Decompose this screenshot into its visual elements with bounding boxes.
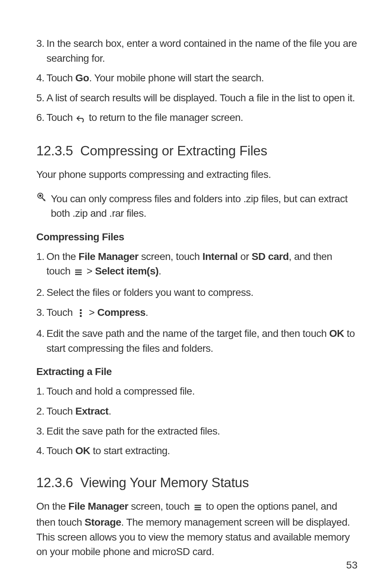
bold-text: File Manager (68, 501, 128, 512)
section-heading: 12.3.5 Compressing or Extracting Files (36, 143, 358, 159)
sub-heading: Compressing Files (36, 231, 358, 243)
back-icon (75, 112, 86, 127)
list-item: 1. On the File Manager screen, touch Int… (36, 249, 358, 280)
list-item: 2. Select the files or folders you want … (36, 285, 358, 300)
list-text: In the search box, enter a word containe… (46, 36, 358, 66)
list-text: Touch to return to the file manager scre… (46, 110, 358, 127)
list-item: 4. Touch Go. Your mobile phone will star… (36, 71, 358, 86)
list-text: Touch > Compress. (46, 305, 358, 322)
overflow-icon (75, 307, 86, 322)
note-text: You can only compress files and folders … (51, 192, 358, 221)
section-heading: 12.3.6 Viewing Your Memory Status (36, 475, 358, 490)
note-icon (36, 192, 51, 221)
svg-rect-7 (80, 315, 82, 317)
list-text: Edit the save path and the name of the t… (46, 326, 358, 356)
list-text: Select the files or folders you want to … (46, 285, 358, 300)
list-item: 3. Edit the save path for the extracted … (36, 424, 358, 439)
list-number: 2. (36, 404, 46, 419)
bold-text: Internal (203, 251, 238, 262)
list-item: 4. Touch OK to start extracting. (36, 444, 358, 458)
menu-icon (192, 501, 203, 515)
page-number: 53 (346, 559, 358, 571)
list-number: 5. (36, 91, 46, 106)
list-item: 5. A list of search results will be disp… (36, 91, 358, 106)
list-number: 2. (36, 285, 46, 300)
list-text: On the File Manager screen, touch Intern… (46, 249, 358, 280)
bold-text: Extract (75, 405, 109, 417)
list-number: 3. (36, 424, 46, 439)
svg-rect-5 (80, 309, 82, 311)
list-number: 3. (36, 305, 46, 322)
list-text: Touch OK to start extracting. (46, 444, 358, 458)
list-text: Touch Extract. (46, 404, 358, 419)
paragraph: Your phone supports compressing and extr… (36, 167, 358, 182)
section-number: 12.3.6 (36, 475, 73, 490)
list-text: Touch and hold a compressed file. (46, 384, 358, 399)
document-page: 3. In the search box, enter a word conta… (0, 0, 392, 587)
bold-text: Storage (85, 517, 121, 528)
list-item: 6. Touch to return to the file manager s… (36, 110, 358, 127)
list-item: 4. Edit the save path and the name of th… (36, 326, 358, 356)
paragraph: On the File Manager screen, touch to ope… (36, 499, 358, 559)
bold-text: Compress (97, 307, 146, 318)
bold-text: OK (329, 328, 344, 339)
menu-icon (73, 265, 84, 280)
section-number: 12.3.5 (36, 143, 73, 158)
list-number: 4. (36, 444, 46, 458)
list-number: 3. (36, 36, 46, 66)
list-item: 2. Touch Extract. (36, 404, 358, 419)
note-block: You can only compress files and folders … (36, 192, 358, 221)
list-number: 6. (36, 110, 46, 127)
list-item: 1. Touch and hold a compressed file. (36, 384, 358, 399)
section-title: Compressing or Extracting Files (80, 143, 267, 158)
bold-text: Go (75, 72, 89, 83)
svg-point-1 (39, 194, 41, 196)
list-text: Edit the save path for the extracted fil… (46, 424, 358, 439)
list-number: 1. (36, 384, 46, 399)
list-text: A list of search results will be display… (46, 91, 358, 106)
bold-text: SD card (252, 251, 289, 262)
list-item: 3. Touch > Compress. (36, 305, 358, 322)
bold-text: File Manager (78, 251, 138, 262)
list-number: 4. (36, 71, 46, 86)
list-item: 3. In the search box, enter a word conta… (36, 36, 358, 66)
bold-text: Select item(s) (95, 265, 159, 277)
list-number: 4. (36, 326, 46, 356)
list-number: 1. (36, 249, 46, 280)
bold-text: OK (75, 445, 90, 456)
list-text: Touch Go. Your mobile phone will start t… (46, 71, 358, 86)
sub-heading: Extracting a File (36, 366, 358, 378)
section-title: Viewing Your Memory Status (80, 475, 249, 490)
svg-rect-6 (80, 312, 82, 314)
